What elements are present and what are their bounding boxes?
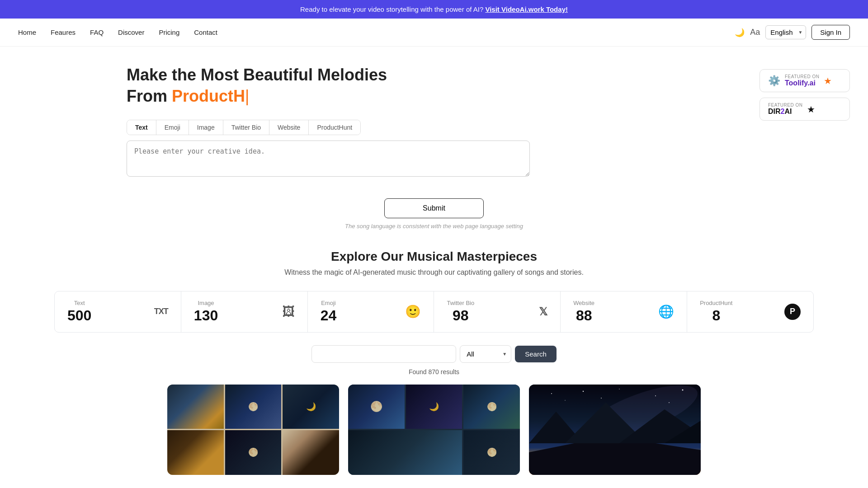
stat-website: Website 88 🌐 bbox=[561, 291, 687, 332]
stat-producthunt: ProductHunt 8 P bbox=[687, 291, 813, 332]
nav-links: Home Feaures FAQ Discover Pricing Contac… bbox=[18, 28, 217, 36]
stat-image-value: 130 bbox=[194, 307, 218, 324]
translate-icon[interactable]: Aa bbox=[750, 28, 760, 37]
submit-button[interactable]: Submit bbox=[384, 198, 484, 218]
gallery-img-cell: 🌙 bbox=[406, 385, 462, 429]
stat-website-value: 88 bbox=[573, 307, 594, 324]
stat-image: Image 130 🖼 bbox=[181, 291, 308, 332]
nav-discover[interactable]: Discover bbox=[118, 28, 144, 36]
tab-producthunt[interactable]: ProductHunt bbox=[309, 120, 360, 135]
dir2ai-star: ★ bbox=[807, 104, 815, 115]
idea-input[interactable] bbox=[127, 141, 530, 177]
gallery-img-cell: 🌕 bbox=[225, 385, 282, 429]
stat-twitter-label: Twitter Bio bbox=[447, 300, 474, 306]
stat-twitter-icon: 𝕏 bbox=[539, 305, 547, 318]
search-filter[interactable]: All Text Emoji Image Twitter Bio Website… bbox=[460, 345, 511, 363]
hero-title: Make the Most Beautiful Melodies From Pr… bbox=[127, 65, 732, 107]
svg-point-6 bbox=[565, 400, 566, 401]
stat-emoji-icon: 🙂 bbox=[405, 304, 421, 319]
stats-row: Text 500 TXT Image 130 🖼 Emoji 24 🙂 Twit… bbox=[54, 291, 814, 333]
tab-image[interactable]: Image bbox=[189, 120, 223, 135]
stat-website-icon: 🌐 bbox=[658, 304, 674, 319]
language-dropdown[interactable]: English bbox=[765, 25, 806, 39]
stat-twitter: Twitter Bio 98 𝕏 bbox=[434, 291, 561, 332]
stat-producthunt-info: ProductHunt 8 bbox=[700, 300, 732, 324]
toolify-badge: ⚙️ FEATURED ON Toolify.ai ★ bbox=[760, 69, 850, 92]
gallery-grid-1: 🌕 🌙 🌕 bbox=[167, 385, 339, 475]
explore-section: Explore Our Musical Masterpieces Witness… bbox=[0, 240, 868, 484]
gallery-card-3[interactable] bbox=[529, 385, 701, 475]
banner-link[interactable]: Visit VideoAi.work Today! bbox=[485, 5, 568, 13]
stat-emoji-value: 24 bbox=[321, 307, 337, 324]
landscape-svg bbox=[529, 385, 701, 475]
search-row: All Text Emoji Image Twitter Bio Website… bbox=[18, 345, 850, 363]
dir2ai-badge: FEATURED ON DIR2AI ★ bbox=[760, 98, 850, 121]
stat-text-icon: TXT bbox=[154, 307, 168, 316]
gallery-card-1[interactable]: 🌕 🌙 🌕 bbox=[167, 385, 339, 475]
nav-feaures[interactable]: Feaures bbox=[51, 28, 75, 36]
nav-contact[interactable]: Contact bbox=[194, 28, 217, 36]
gallery-row: 🌕 🌙 🌕 🌕 🌙 🌕 🌕 bbox=[18, 385, 850, 475]
toolify-icon: ⚙️ bbox=[768, 75, 780, 87]
language-selector[interactable]: English bbox=[765, 25, 806, 39]
stat-image-icon: 🖼 bbox=[282, 304, 295, 319]
search-input[interactable] bbox=[311, 345, 456, 363]
stat-text-info: Text 500 bbox=[67, 300, 91, 324]
nav-home[interactable]: Home bbox=[18, 28, 36, 36]
svg-point-2 bbox=[583, 390, 584, 391]
submit-section: Submit The song language is consistent w… bbox=[0, 198, 868, 230]
tab-twitter-bio[interactable]: Twitter Bio bbox=[223, 120, 269, 135]
svg-marker-15 bbox=[529, 443, 701, 475]
dir2ai-label: FEATURED ON bbox=[768, 103, 802, 108]
lang-note: The song language is consistent with the… bbox=[345, 223, 523, 230]
svg-point-3 bbox=[619, 389, 620, 389]
stat-emoji-label: Emoji bbox=[321, 300, 337, 306]
svg-point-7 bbox=[601, 398, 602, 399]
banner-text: Ready to elevate your video storytelling… bbox=[300, 5, 483, 13]
toolify-info: FEATURED ON Toolify.ai bbox=[785, 74, 819, 87]
gallery-img-cell bbox=[167, 385, 224, 429]
featured-badges: ⚙️ FEATURED ON Toolify.ai ★ FEATURED ON … bbox=[760, 65, 850, 121]
results-count: Found 870 results bbox=[18, 368, 850, 375]
toolify-name: Toolify.ai bbox=[785, 79, 819, 87]
stat-producthunt-icon: P bbox=[784, 304, 801, 320]
hero-title-line1: Make the Most Beautiful Melodies bbox=[127, 66, 387, 84]
top-banner: Ready to elevate your video storytelling… bbox=[0, 0, 868, 19]
hero-brand: ProductH| bbox=[172, 87, 249, 105]
search-filter-wrapper: All Text Emoji Image Twitter Bio Website… bbox=[460, 345, 511, 363]
nav-pricing[interactable]: Pricing bbox=[159, 28, 179, 36]
tab-text[interactable]: Text bbox=[127, 120, 156, 135]
gallery-img-cell: 🌕 bbox=[225, 430, 282, 475]
gallery-grid-2: 🌕 🌙 🌕 🌕 bbox=[348, 385, 520, 475]
stat-producthunt-label: ProductHunt bbox=[700, 300, 732, 306]
gallery-img-cell: 🌙 bbox=[283, 385, 339, 429]
search-button[interactable]: Search bbox=[515, 346, 557, 362]
tab-website[interactable]: Website bbox=[269, 120, 309, 135]
gallery-card-2[interactable]: 🌕 🌙 🌕 🌕 bbox=[348, 385, 520, 475]
gallery-img-cell: 🌕 bbox=[463, 385, 520, 429]
dir2ai-info: FEATURED ON DIR2AI bbox=[768, 103, 802, 116]
hero-left: Make the Most Beautiful Melodies From Pr… bbox=[127, 65, 732, 178]
stat-text-label: Text bbox=[67, 300, 91, 306]
stat-emoji: Emoji 24 🙂 bbox=[308, 291, 434, 332]
gallery-img-cell bbox=[348, 430, 462, 475]
gallery-img-cell: 🌕 bbox=[463, 430, 520, 475]
hero-section: Make the Most Beautiful Melodies From Pr… bbox=[0, 47, 868, 188]
gallery-img-cell bbox=[283, 430, 339, 475]
stat-text-value: 500 bbox=[67, 307, 91, 324]
dir2ai-name: DIR2AI bbox=[768, 108, 802, 116]
tab-emoji[interactable]: Emoji bbox=[156, 120, 189, 135]
svg-point-1 bbox=[551, 393, 552, 394]
gallery-img-cell: 🌕 bbox=[348, 385, 405, 429]
stat-image-label: Image bbox=[194, 300, 218, 306]
dark-mode-icon[interactable]: 🌙 bbox=[735, 28, 745, 38]
nav-faq[interactable]: FAQ bbox=[90, 28, 104, 36]
hero-from-text: From bbox=[127, 87, 172, 105]
input-tabs: Text Emoji Image Twitter Bio Website Pro… bbox=[127, 120, 361, 135]
sign-in-button[interactable]: Sign In bbox=[811, 25, 850, 40]
stat-twitter-value: 98 bbox=[447, 307, 474, 324]
cursor-blink: | bbox=[245, 87, 249, 105]
nav-right: 🌙 Aa English Sign In bbox=[735, 25, 850, 40]
stat-website-label: Website bbox=[573, 300, 594, 306]
stat-image-info: Image 130 bbox=[194, 300, 218, 324]
